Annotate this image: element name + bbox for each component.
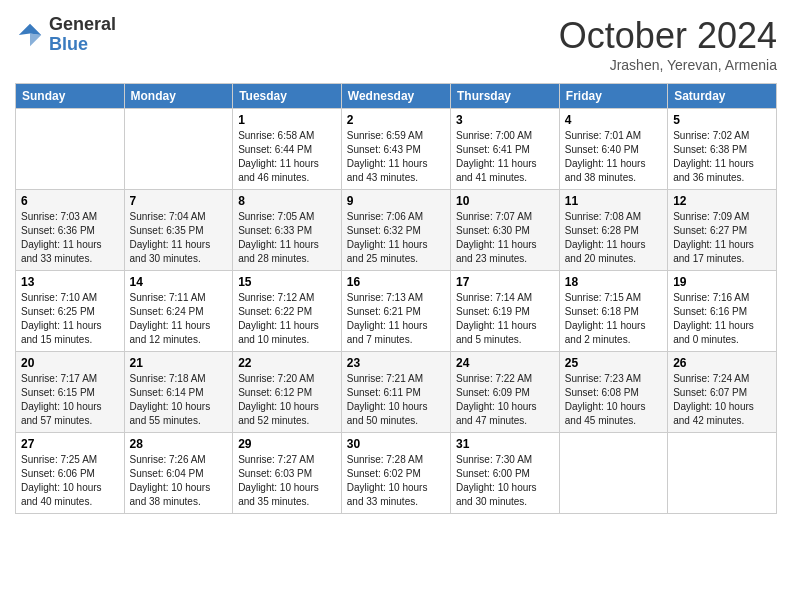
day-number: 3 [456,113,554,127]
calendar-cell: 12Sunrise: 7:09 AM Sunset: 6:27 PM Dayli… [668,190,777,271]
day-number: 9 [347,194,445,208]
day-info: Sunrise: 7:22 AM Sunset: 6:09 PM Dayligh… [456,372,554,428]
calendar-cell: 4Sunrise: 7:01 AM Sunset: 6:40 PM Daylig… [559,109,667,190]
calendar-week-row: 6Sunrise: 7:03 AM Sunset: 6:36 PM Daylig… [16,190,777,271]
day-number: 27 [21,437,119,451]
logo-icon [15,20,45,50]
calendar-cell: 27Sunrise: 7:25 AM Sunset: 6:06 PM Dayli… [16,433,125,514]
day-info: Sunrise: 7:11 AM Sunset: 6:24 PM Dayligh… [130,291,228,347]
day-number: 6 [21,194,119,208]
calendar-cell: 30Sunrise: 7:28 AM Sunset: 6:02 PM Dayli… [341,433,450,514]
month-title: October 2024 [559,15,777,57]
day-number: 12 [673,194,771,208]
calendar-cell: 22Sunrise: 7:20 AM Sunset: 6:12 PM Dayli… [233,352,342,433]
day-info: Sunrise: 7:27 AM Sunset: 6:03 PM Dayligh… [238,453,336,509]
header-friday: Friday [559,84,667,109]
calendar-cell [559,433,667,514]
svg-marker-1 [30,33,41,46]
day-info: Sunrise: 7:03 AM Sunset: 6:36 PM Dayligh… [21,210,119,266]
calendar-cell: 1Sunrise: 6:58 AM Sunset: 6:44 PM Daylig… [233,109,342,190]
day-info: Sunrise: 7:18 AM Sunset: 6:14 PM Dayligh… [130,372,228,428]
header-saturday: Saturday [668,84,777,109]
location-subtitle: Jrashen, Yerevan, Armenia [559,57,777,73]
calendar-week-row: 20Sunrise: 7:17 AM Sunset: 6:15 PM Dayli… [16,352,777,433]
day-info: Sunrise: 7:25 AM Sunset: 6:06 PM Dayligh… [21,453,119,509]
calendar-cell: 28Sunrise: 7:26 AM Sunset: 6:04 PM Dayli… [124,433,233,514]
logo-general-text: General [49,15,116,35]
calendar-week-row: 1Sunrise: 6:58 AM Sunset: 6:44 PM Daylig… [16,109,777,190]
title-block: October 2024 Jrashen, Yerevan, Armenia [559,15,777,73]
calendar-cell: 26Sunrise: 7:24 AM Sunset: 6:07 PM Dayli… [668,352,777,433]
day-info: Sunrise: 7:06 AM Sunset: 6:32 PM Dayligh… [347,210,445,266]
day-info: Sunrise: 7:07 AM Sunset: 6:30 PM Dayligh… [456,210,554,266]
day-info: Sunrise: 7:02 AM Sunset: 6:38 PM Dayligh… [673,129,771,185]
logo-blue-text: Blue [49,35,116,55]
day-info: Sunrise: 7:09 AM Sunset: 6:27 PM Dayligh… [673,210,771,266]
day-info: Sunrise: 7:08 AM Sunset: 6:28 PM Dayligh… [565,210,662,266]
day-number: 2 [347,113,445,127]
day-info: Sunrise: 7:28 AM Sunset: 6:02 PM Dayligh… [347,453,445,509]
header-sunday: Sunday [16,84,125,109]
day-info: Sunrise: 7:00 AM Sunset: 6:41 PM Dayligh… [456,129,554,185]
calendar-table: Sunday Monday Tuesday Wednesday Thursday… [15,83,777,514]
day-info: Sunrise: 7:10 AM Sunset: 6:25 PM Dayligh… [21,291,119,347]
calendar-cell: 18Sunrise: 7:15 AM Sunset: 6:18 PM Dayli… [559,271,667,352]
day-info: Sunrise: 7:24 AM Sunset: 6:07 PM Dayligh… [673,372,771,428]
day-info: Sunrise: 7:17 AM Sunset: 6:15 PM Dayligh… [21,372,119,428]
calendar-cell: 14Sunrise: 7:11 AM Sunset: 6:24 PM Dayli… [124,271,233,352]
day-number: 10 [456,194,554,208]
header-wednesday: Wednesday [341,84,450,109]
day-info: Sunrise: 7:13 AM Sunset: 6:21 PM Dayligh… [347,291,445,347]
day-info: Sunrise: 7:05 AM Sunset: 6:33 PM Dayligh… [238,210,336,266]
calendar-cell: 5Sunrise: 7:02 AM Sunset: 6:38 PM Daylig… [668,109,777,190]
calendar-cell: 29Sunrise: 7:27 AM Sunset: 6:03 PM Dayli… [233,433,342,514]
calendar-cell: 3Sunrise: 7:00 AM Sunset: 6:41 PM Daylig… [450,109,559,190]
calendar-cell: 10Sunrise: 7:07 AM Sunset: 6:30 PM Dayli… [450,190,559,271]
calendar-cell: 15Sunrise: 7:12 AM Sunset: 6:22 PM Dayli… [233,271,342,352]
calendar-cell: 25Sunrise: 7:23 AM Sunset: 6:08 PM Dayli… [559,352,667,433]
day-info: Sunrise: 7:26 AM Sunset: 6:04 PM Dayligh… [130,453,228,509]
day-info: Sunrise: 7:21 AM Sunset: 6:11 PM Dayligh… [347,372,445,428]
day-number: 4 [565,113,662,127]
day-number: 15 [238,275,336,289]
day-number: 22 [238,356,336,370]
day-number: 26 [673,356,771,370]
calendar-cell: 9Sunrise: 7:06 AM Sunset: 6:32 PM Daylig… [341,190,450,271]
calendar-week-row: 13Sunrise: 7:10 AM Sunset: 6:25 PM Dayli… [16,271,777,352]
weekday-header-row: Sunday Monday Tuesday Wednesday Thursday… [16,84,777,109]
calendar-cell: 23Sunrise: 7:21 AM Sunset: 6:11 PM Dayli… [341,352,450,433]
calendar-cell: 11Sunrise: 7:08 AM Sunset: 6:28 PM Dayli… [559,190,667,271]
header-tuesday: Tuesday [233,84,342,109]
day-number: 28 [130,437,228,451]
calendar-cell: 19Sunrise: 7:16 AM Sunset: 6:16 PM Dayli… [668,271,777,352]
logo-text: General Blue [49,15,116,55]
day-info: Sunrise: 7:16 AM Sunset: 6:16 PM Dayligh… [673,291,771,347]
day-number: 18 [565,275,662,289]
calendar-cell: 8Sunrise: 7:05 AM Sunset: 6:33 PM Daylig… [233,190,342,271]
day-info: Sunrise: 6:59 AM Sunset: 6:43 PM Dayligh… [347,129,445,185]
day-number: 8 [238,194,336,208]
day-number: 20 [21,356,119,370]
calendar-cell [668,433,777,514]
calendar-cell: 17Sunrise: 7:14 AM Sunset: 6:19 PM Dayli… [450,271,559,352]
calendar-week-row: 27Sunrise: 7:25 AM Sunset: 6:06 PM Dayli… [16,433,777,514]
calendar-cell [16,109,125,190]
day-number: 13 [21,275,119,289]
page-container: General Blue October 2024 Jrashen, Yerev… [0,0,792,524]
day-info: Sunrise: 7:04 AM Sunset: 6:35 PM Dayligh… [130,210,228,266]
day-number: 1 [238,113,336,127]
calendar-cell: 6Sunrise: 7:03 AM Sunset: 6:36 PM Daylig… [16,190,125,271]
day-info: Sunrise: 7:12 AM Sunset: 6:22 PM Dayligh… [238,291,336,347]
day-number: 21 [130,356,228,370]
day-number: 16 [347,275,445,289]
calendar-cell: 31Sunrise: 7:30 AM Sunset: 6:00 PM Dayli… [450,433,559,514]
calendar-cell: 16Sunrise: 7:13 AM Sunset: 6:21 PM Dayli… [341,271,450,352]
day-number: 29 [238,437,336,451]
day-number: 7 [130,194,228,208]
day-number: 11 [565,194,662,208]
day-number: 17 [456,275,554,289]
day-number: 19 [673,275,771,289]
day-info: Sunrise: 7:01 AM Sunset: 6:40 PM Dayligh… [565,129,662,185]
day-number: 24 [456,356,554,370]
day-info: Sunrise: 7:23 AM Sunset: 6:08 PM Dayligh… [565,372,662,428]
